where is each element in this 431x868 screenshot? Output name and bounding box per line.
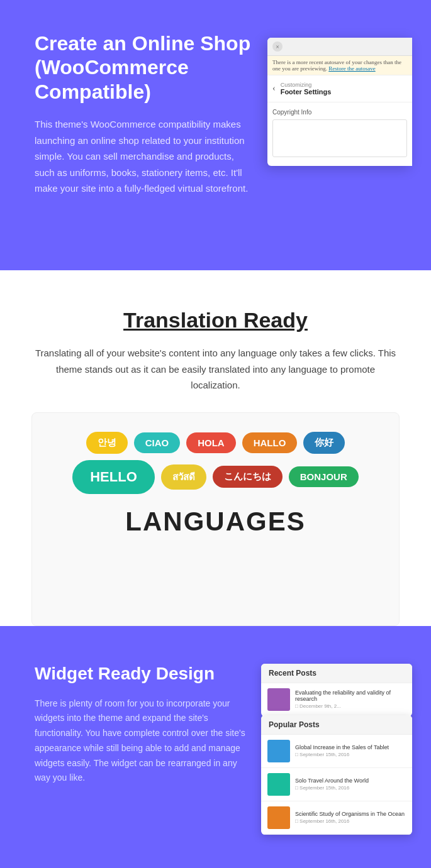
popular-post-thumb-2 bbox=[267, 773, 290, 796]
popular-post-item-1: Global Increase in the Sales of Tablet □… bbox=[261, 735, 412, 768]
bubble-konnichiwa: こんにちは bbox=[213, 466, 283, 488]
bubble-annyeong: 안녕 bbox=[86, 432, 128, 454]
popular-post-thumb-3 bbox=[267, 806, 290, 829]
bubble-nihao: 你好 bbox=[303, 432, 345, 454]
copyright-textarea[interactable] bbox=[272, 119, 407, 157]
widget-title: Widget Ready Design bbox=[35, 664, 249, 684]
autosave-bar: There is a more recent autosave of your … bbox=[267, 56, 412, 75]
lang-bubbles: 안녕 CIAO HOLA HALLO 你好 HELLO สวัสดี こんにちは… bbox=[45, 432, 386, 494]
back-arrow-icon[interactable]: ‹ bbox=[272, 84, 276, 94]
translation-section: Translation Ready Translating all of you… bbox=[0, 270, 431, 626]
widget-screenshot: Recent Posts Evaluating the reliability … bbox=[261, 664, 412, 835]
bubble-hello: HELLO bbox=[72, 460, 155, 494]
customize-header: ‹ Customizing Footer Settings bbox=[267, 75, 412, 102]
translation-body: Translating all of your website's conten… bbox=[33, 345, 398, 393]
copyright-section: Copyright Info bbox=[267, 102, 412, 166]
recent-posts-card: Recent Posts Evaluating the reliability … bbox=[261, 664, 412, 717]
woo-screenshot: × There is a more recent autosave of you… bbox=[267, 38, 412, 166]
bubble-ciao: CIAO bbox=[134, 432, 181, 453]
autosave-link[interactable]: Restore the autosave bbox=[328, 65, 375, 72]
recent-post-thumb-1 bbox=[267, 688, 290, 711]
woo-title: Create an Online Shop (WooCommerce Compa… bbox=[35, 31, 255, 104]
popular-posts-header: Popular Posts bbox=[261, 715, 412, 735]
recent-posts-header: Recent Posts bbox=[261, 664, 412, 683]
translation-title: Translation Ready bbox=[25, 308, 406, 332]
recent-post-item-1: Evaluating the reliability and validity … bbox=[261, 683, 412, 717]
widget-section: Widget Ready Design There is plenty of r… bbox=[0, 626, 431, 869]
bubble-hola: HOLA bbox=[186, 432, 236, 453]
screenshot-topbar: × bbox=[267, 38, 412, 56]
popular-posts-card: Popular Posts Global Increase in the Sal… bbox=[261, 715, 412, 835]
languages-container: 안녕 CIAO HOLA HALLO 你好 HELLO สวัสดี こんにちは… bbox=[31, 412, 400, 626]
popular-post-item-2: Solo Travel Around the World □ September… bbox=[261, 768, 412, 801]
popular-post-thumb-1 bbox=[267, 740, 290, 762]
languages-label: LANGUAGES bbox=[45, 507, 386, 543]
copyright-label: Copyright Info bbox=[272, 109, 407, 116]
popular-post-item-3: Scientific Study of Organisms in The Oce… bbox=[261, 801, 412, 835]
bubble-bonjour: BONJOUR bbox=[289, 466, 359, 487]
customize-titles: Customizing Footer Settings bbox=[281, 82, 332, 96]
close-icon[interactable]: × bbox=[272, 41, 283, 52]
popular-post-text-1: Global Increase in the Sales of Tablet □… bbox=[295, 744, 389, 757]
recent-post-text-1: Evaluating the reliability and validity … bbox=[295, 689, 406, 709]
popular-post-text-3: Scientific Study of Organisms in The Oce… bbox=[295, 811, 405, 824]
woo-section: Create an Online Shop (WooCommerce Compa… bbox=[0, 0, 431, 270]
woo-body: This theme's WooCommerce compatibility m… bbox=[35, 116, 255, 197]
lang-fade bbox=[32, 575, 399, 625]
woo-text: Create an Online Shop (WooCommerce Compa… bbox=[35, 31, 267, 197]
widget-text: Widget Ready Design There is plenty of r… bbox=[35, 664, 261, 786]
bubble-hallo: HALLO bbox=[242, 432, 298, 453]
popular-post-text-2: Solo Travel Around the World □ September… bbox=[295, 777, 369, 791]
bubble-sawadee: สวัสดี bbox=[161, 464, 206, 490]
widget-body: There is plenty of room for you to incor… bbox=[35, 696, 249, 786]
